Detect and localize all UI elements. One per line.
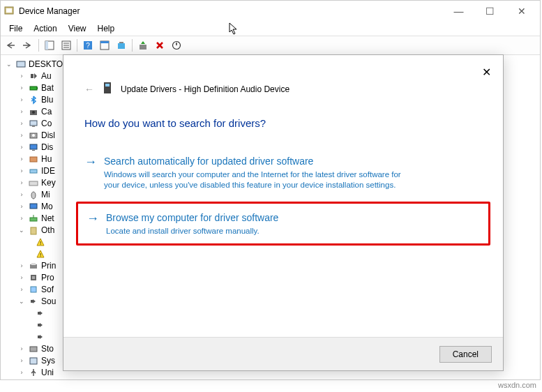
dialog-footer: Cancel — [63, 337, 503, 370]
svg-rect-16 — [17, 61, 25, 67]
svg-rect-46 — [38, 324, 40, 326]
other-icon — [28, 225, 39, 235]
option-desc: Windows will search your computer and th… — [104, 169, 404, 190]
disable-button[interactable] — [169, 38, 184, 53]
keyboard-icon — [28, 177, 39, 188]
svg-rect-11 — [100, 41, 109, 43]
uninstall-button[interactable] — [152, 38, 167, 53]
svg-rect-51 — [105, 84, 110, 86]
menu-view[interactable]: View — [63, 24, 92, 33]
maximize-button[interactable]: ☐ — [474, 1, 506, 21]
option-search-auto[interactable]: → Search automatically for updated drive… — [76, 147, 490, 197]
svg-point-25 — [32, 134, 35, 137]
menu-action[interactable]: Action — [28, 24, 62, 33]
scan-button[interactable] — [114, 38, 129, 53]
dialog-back-button[interactable]: ← — [84, 84, 94, 95]
update-button[interactable] — [135, 38, 151, 53]
printer-icon — [28, 260, 39, 271]
svg-rect-28 — [30, 157, 37, 162]
svg-text:!: ! — [40, 252, 41, 258]
display-icon — [28, 142, 39, 152]
svg-rect-30 — [29, 181, 38, 186]
sound-icon — [35, 331, 46, 342]
svg-rect-23 — [32, 126, 35, 127]
option-desc: Locate and install driver software manua… — [106, 226, 406, 236]
properties-button[interactable] — [59, 38, 74, 53]
audio-icon — [28, 70, 39, 81]
svg-rect-45 — [38, 312, 40, 315]
svg-point-21 — [32, 111, 35, 114]
svg-rect-33 — [30, 204, 37, 209]
warning-icon: ! — [35, 248, 46, 259]
svg-rect-13 — [119, 42, 123, 43]
dialog-header: ← Update Drivers - High Definition Audio… — [63, 55, 503, 96]
ide-icon — [28, 165, 39, 176]
svg-rect-43 — [31, 287, 36, 292]
bluetooth-icon — [28, 94, 39, 105]
processor-icon — [28, 272, 39, 282]
view-button[interactable] — [97, 38, 112, 53]
svg-rect-49 — [30, 358, 37, 364]
camera-icon — [28, 106, 39, 116]
computer-icon — [28, 118, 39, 128]
svg-rect-17 — [31, 74, 33, 78]
software-icon — [28, 284, 39, 294]
svg-rect-42 — [32, 276, 35, 279]
app-icon — [3, 6, 15, 17]
option-title: Search automatically for updated driver … — [104, 154, 482, 168]
show-hide-button[interactable] — [42, 38, 57, 53]
hid-icon — [28, 153, 39, 164]
dialog-heading: How do you want to search for drivers? — [63, 96, 503, 143]
svg-rect-14 — [140, 45, 146, 50]
svg-rect-1 — [6, 8, 12, 13]
back-button[interactable] — [3, 38, 19, 53]
dialog-title: Update Drivers - High Definition Audio D… — [121, 84, 289, 94]
svg-rect-48 — [30, 347, 37, 352]
menu-help[interactable]: Help — [92, 24, 121, 33]
svg-rect-19 — [37, 87, 38, 89]
svg-rect-27 — [32, 150, 35, 151]
arrow-right-icon: → — [86, 211, 99, 225]
titlebar: Device Manager — ☐ ✕ — [1, 1, 540, 22]
cancel-button[interactable]: Cancel — [439, 346, 492, 363]
option-title: Browse my computer for driver software — [106, 211, 480, 225]
svg-point-32 — [31, 192, 36, 199]
battery-icon — [28, 82, 39, 93]
device-icon — [103, 82, 112, 96]
network-icon — [28, 213, 39, 223]
dialog-close-button[interactable]: ✕ — [478, 63, 495, 80]
minimize-button[interactable]: — — [443, 1, 474, 21]
storage-icon — [28, 343, 39, 354]
help-button[interactable]: ? — [80, 38, 96, 53]
update-drivers-dialog: ✕ ← Update Drivers - High Definition Aud… — [63, 54, 504, 371]
svg-rect-12 — [118, 43, 125, 49]
toolbar: ? — [1, 36, 540, 55]
window-title: Device Manager — [19, 6, 443, 16]
option-browse-computer[interactable]: → Browse my computer for driver software… — [76, 202, 490, 246]
svg-text:?: ? — [86, 42, 90, 50]
svg-text:!: ! — [40, 240, 41, 246]
monitor-icon — [28, 201, 39, 211]
svg-rect-22 — [30, 121, 37, 126]
svg-rect-36 — [31, 227, 36, 234]
close-button[interactable]: ✕ — [506, 1, 537, 21]
sound-icon — [35, 308, 46, 318]
disk-icon — [28, 130, 39, 140]
usb-icon — [28, 367, 39, 377]
svg-rect-34 — [30, 218, 37, 221]
svg-rect-26 — [30, 144, 37, 149]
arrow-right-icon: → — [84, 155, 97, 169]
svg-rect-3 — [45, 41, 48, 50]
watermark: wsxdn.com — [498, 381, 536, 389]
svg-rect-47 — [38, 336, 40, 338]
sound-icon — [28, 296, 39, 306]
menu-file[interactable]: File — [3, 24, 28, 33]
sound-icon — [35, 319, 46, 330]
svg-rect-29 — [30, 169, 37, 173]
warning-icon: ! — [35, 236, 46, 247]
svg-rect-44 — [31, 300, 33, 303]
system-icon — [28, 355, 39, 365]
forward-button[interactable] — [20, 38, 36, 53]
mouse-icon — [28, 189, 39, 199]
svg-rect-18 — [30, 86, 37, 90]
